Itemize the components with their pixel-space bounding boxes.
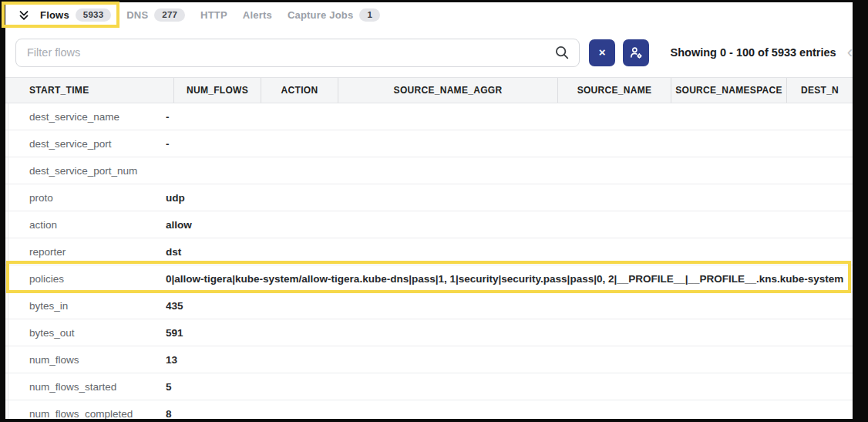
detail-value: - [166, 138, 853, 150]
detail-row: dest_service_port_num [5, 157, 853, 184]
app-window: Flows 5933 DNS 277 HTTP Alerts [5, 2, 853, 419]
detail-row: reporter dst [5, 238, 853, 265]
detail-value: 5 [166, 381, 853, 393]
tab-bar: Flows 5933 DNS 277 HTTP Alerts [5, 2, 853, 28]
detail-key: action [5, 219, 166, 231]
tab[interactable]: HTTP [193, 2, 235, 28]
user-gear-icon [628, 45, 644, 60]
detail-value: 435 [166, 300, 853, 312]
detail-value: 13 [166, 354, 853, 366]
detail-key: policies [5, 273, 166, 285]
detail-row: action allow [5, 211, 853, 238]
tab-count-badge: 277 [154, 8, 185, 22]
column-header[interactable]: SOURCE_NAME_AGGR [338, 78, 557, 103]
filter-input[interactable] [15, 39, 580, 67]
detail-row: dest_service_port - [5, 130, 853, 157]
column-header[interactable]: SOURCE_NAME [557, 78, 671, 103]
table-header: START_TIME NUM_FLOWS ACTION SOURCE_NAME_… [5, 77, 853, 103]
tab-count-badge: 1 [359, 8, 380, 22]
user-settings-button[interactable] [623, 39, 649, 66]
detail-value: dst [166, 246, 853, 258]
tab[interactable]: DNS 277 [119, 2, 193, 28]
column-header[interactable]: SOURCE_NAMESPACE [671, 78, 786, 103]
column-header[interactable]: DEST_N [786, 78, 853, 103]
detail-value: 0|allow-tigera|kube-system/allow-tigera.… [166, 273, 853, 285]
tab-count-badge: 5933 [76, 8, 111, 22]
detail-value: 8 [166, 408, 853, 420]
detail-key: num_flows [5, 354, 166, 366]
search-icon[interactable] [553, 44, 570, 61]
detail-key: bytes_out [5, 327, 166, 339]
tabs: Flows 5933 DNS 277 HTTP Alerts [32, 2, 388, 28]
detail-row: num_flows_started 5 [5, 373, 853, 400]
detail-key: dest_service_name [5, 111, 166, 123]
flow-detail-panel: dest_service_name - dest_service_port - … [5, 103, 853, 419]
chevron-left-icon[interactable]: ‹ [847, 44, 853, 61]
tab-label: HTTP [200, 9, 227, 21]
tab[interactable]: Alerts [235, 2, 280, 28]
detail-row: policies 0|allow-tigera|kube-system/allo… [5, 265, 853, 292]
column-header[interactable]: START_TIME [5, 78, 173, 103]
tab-label: Alerts [243, 9, 272, 21]
detail-key: proto [5, 192, 166, 204]
detail-value: 591 [166, 327, 853, 339]
tab-label: DNS [126, 9, 148, 21]
column-header[interactable]: NUM_FLOWS [173, 78, 261, 103]
detail-key: num_flows_completed [5, 408, 166, 420]
tab[interactable]: Capture Jobs 1 [280, 2, 388, 28]
tab-label: Capture Jobs [288, 9, 353, 21]
detail-row: bytes_out 591 [5, 319, 853, 346]
detail-row: bytes_in 435 [5, 292, 853, 319]
tab[interactable]: Flows 5933 [32, 2, 119, 28]
detail-key: num_flows_started [5, 381, 166, 393]
entries-summary: Showing 0 - 100 of 5933 entries [671, 46, 836, 59]
detail-row: dest_service_name - [5, 103, 853, 130]
detail-value: udp [166, 192, 853, 204]
filter-input-wrap [15, 39, 580, 67]
filter-bar: × Showing 0 - 100 of 5933 entries ‹ [5, 28, 853, 77]
detail-value: allow [166, 219, 853, 231]
detail-row: num_flows_completed 8 [5, 400, 853, 419]
detail-key: reporter [5, 246, 166, 258]
tab-label: Flows [40, 9, 69, 21]
detail-key: dest_service_port [5, 138, 166, 150]
detail-row: proto udp [5, 184, 853, 211]
clear-filter-button[interactable]: × [589, 39, 615, 66]
column-header[interactable]: ACTION [261, 78, 338, 103]
detail-key: dest_service_port_num [5, 165, 166, 177]
detail-row: num_flows 13 [5, 346, 853, 373]
detail-value: - [166, 111, 853, 123]
chevron-double-down-icon[interactable] [15, 2, 32, 28]
detail-key: bytes_in [5, 300, 166, 312]
